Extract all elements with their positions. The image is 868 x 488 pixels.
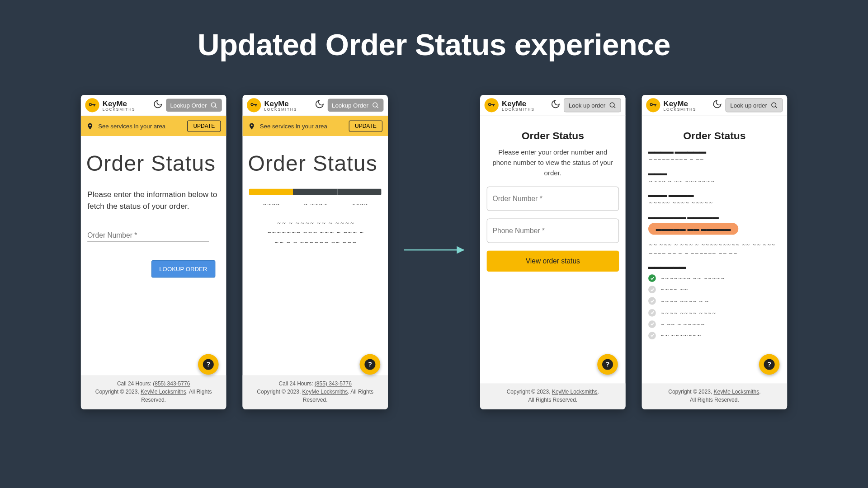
svg-point-3	[772, 103, 776, 107]
help-icon: ?	[364, 359, 375, 370]
location-banner: See services in your area UPDATE	[242, 116, 388, 136]
key-icon	[646, 98, 660, 112]
company-link[interactable]: KeyMe Locksmiths	[141, 389, 186, 394]
update-location-button[interactable]: UPDATE	[187, 120, 221, 131]
update-location-button[interactable]: UPDATE	[349, 120, 382, 131]
phone-link[interactable]: (855) 343-5776	[153, 380, 190, 386]
check-icon	[648, 274, 656, 282]
svg-point-0	[211, 103, 216, 107]
mock-new-form: KeyMe LOCKSMITHS Look up order Order Sta…	[480, 95, 626, 409]
check-icon	[648, 297, 656, 305]
order-number-input[interactable]	[486, 187, 619, 211]
lookup-order-button[interactable]: Lookup Order	[166, 99, 222, 112]
lookup-order-button[interactable]: Lookup Order	[327, 99, 383, 112]
result-section: ▬▬▬▬ ▬▬▬▬▬ ～～～～～～～～～ ～ ～～	[648, 147, 781, 164]
search-icon	[210, 101, 217, 109]
banner-text: See services in your area	[98, 123, 183, 129]
dark-mode-icon[interactable]	[551, 99, 561, 111]
company-link[interactable]: KeyMe Locksmiths	[552, 389, 598, 394]
brand-logo[interactable]: KeyMe LOCKSMITHS	[485, 98, 535, 112]
check-icon	[648, 332, 656, 339]
lookup-order-button[interactable]: Look up order	[564, 98, 621, 112]
help-icon: ?	[602, 359, 613, 370]
check-icon	[648, 286, 656, 294]
help-fab[interactable]: ?	[198, 354, 219, 375]
brand-sub: LOCKSMITHS	[103, 107, 136, 111]
page-heading: Order Status	[86, 151, 220, 176]
location-banner: See services in your area UPDATE	[81, 116, 226, 136]
progress-bar	[249, 189, 382, 195]
lookup-order-submit[interactable]: LOOKUP ORDER	[151, 260, 215, 277]
page-title: Updated Order Status experience	[39, 27, 829, 62]
svg-point-1	[373, 103, 377, 107]
mock-new-result: KeyMe LOCKSMITHS Look up order Order Sta…	[642, 95, 788, 409]
app-header: KeyMe LOCKSMITHS Lookup Order	[242, 95, 388, 116]
search-icon	[609, 101, 616, 109]
instruction-text: Please enter the information below to fe…	[87, 189, 220, 212]
app-header: KeyMe LOCKSMITHS Lookup Order	[81, 95, 226, 116]
result-section: ▬▬▬ ▬▬▬▬ ～～～～～ ～～～～ ～～～～～	[648, 191, 781, 207]
search-icon	[770, 101, 778, 109]
svg-point-2	[610, 103, 614, 107]
company-link[interactable]: KeyMe Locksmiths	[713, 389, 759, 394]
search-icon	[372, 101, 379, 109]
result-status: ▬▬▬▬▬▬ ▬▬▬▬▬ ▬▬▬▬▬ ▬▬ ▬▬▬▬▬ ～～ ～～～ ～ ～～～…	[648, 213, 781, 258]
help-fab[interactable]: ?	[360, 354, 381, 375]
help-icon: ?	[764, 359, 775, 370]
dark-mode-icon[interactable]	[315, 99, 325, 111]
phone-number-input[interactable]	[486, 219, 619, 243]
pin-icon	[86, 122, 94, 130]
app-header: KeyMe LOCKSMITHS Look up order	[480, 95, 626, 116]
result-section: ▬▬▬ ～～～～ ～ ～～ ～～～～～～～	[648, 169, 781, 186]
key-icon	[85, 98, 99, 112]
help-icon: ?	[203, 359, 214, 370]
status-badge: ▬▬▬▬▬ ▬▬ ▬▬▬▬▬	[648, 223, 738, 235]
check-icon	[648, 320, 656, 328]
help-fab[interactable]: ?	[597, 354, 618, 375]
lookup-label: Lookup Order	[170, 102, 207, 108]
page-heading: Order Status	[248, 151, 381, 176]
check-icon	[648, 309, 656, 317]
brand-logo[interactable]: KeyMe LOCKSMITHS	[247, 98, 297, 112]
page-heading: Order Status	[486, 130, 619, 142]
key-icon	[247, 98, 261, 112]
phone-link[interactable]: (855) 343-5776	[315, 380, 352, 386]
lookup-order-button[interactable]: Look up order	[726, 98, 783, 112]
brand-logo[interactable]: KeyMe LOCKSMITHS	[85, 98, 135, 112]
app-header: KeyMe LOCKSMITHS Look up order	[642, 95, 788, 116]
company-link[interactable]: KeyMe Locksmiths	[302, 389, 348, 394]
footer: Copyright © 2023, KeyMe Locksmiths. All …	[642, 383, 788, 409]
transition-arrow	[404, 95, 464, 409]
instruction-text: Please enter your order number and phone…	[486, 147, 619, 178]
page-heading: Order Status	[648, 130, 781, 142]
key-icon	[485, 98, 499, 112]
result-timeline: ▬▬▬▬▬▬ ～～～～～～～ ～～ ～～～～～ ～～～～ ～～ ～～～～ ～～～…	[648, 263, 781, 340]
pin-icon	[248, 122, 255, 130]
view-order-status-button[interactable]: View order status	[486, 251, 619, 272]
footer: Call 24 Hours: (855) 343-5776 Copyright …	[242, 375, 388, 409]
order-number-input[interactable]	[87, 227, 209, 241]
mock-old-form: KeyMe LOCKSMITHS Lookup Order See servic…	[81, 95, 226, 409]
dark-mode-icon[interactable]	[712, 99, 722, 111]
help-fab[interactable]: ?	[759, 354, 780, 375]
brand-name: KeyMe	[103, 99, 136, 107]
brand-logo[interactable]: KeyMe LOCKSMITHS	[646, 98, 696, 112]
redacted-text: ～～ ～ ～～～～ ～～ ～ ～～～～ ～～～～～～～ ～～～ ～～～ ～ ～～…	[249, 218, 382, 248]
footer: Copyright © 2023, KeyMe Locksmiths. All …	[480, 383, 626, 409]
mock-old-progress: KeyMe LOCKSMITHS Lookup Order See servic…	[242, 95, 388, 409]
progress-labels: ～～～～～ ～～～～～～～～	[249, 200, 382, 208]
footer: Call 24 Hours: (855) 343-5776 Copyright …	[81, 375, 226, 409]
dark-mode-icon[interactable]	[153, 99, 163, 111]
